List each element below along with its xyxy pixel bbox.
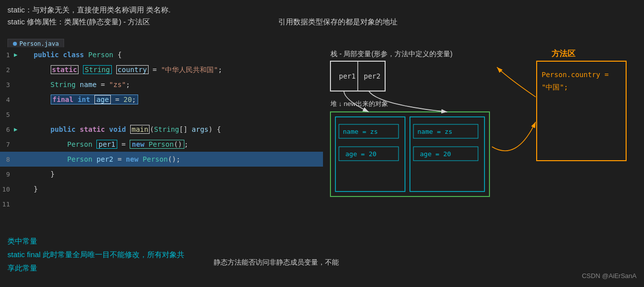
run-arrow-1: ▶ (14, 51, 23, 58)
per2-label: per2 (364, 72, 381, 80)
method-content-2: "中国"; (542, 83, 568, 91)
line-num-9: 9 (0, 171, 14, 178)
diagram-svg: 栈 - 局部变量(形参，方法中定义的变量) per1 per2 堆 ↓ new出… (328, 47, 636, 261)
bottom-text: 类中常量 static final 此时常量全局唯一目不能修改，所有对象共 享此… (7, 234, 184, 275)
code-line-5: 5 (0, 107, 323, 122)
reference-text: 引用数据类型保存的都是对象的地址 (278, 17, 398, 26)
code-content-4: final int age = 20; (23, 95, 323, 104)
heap-obj2-age: age = 20 (420, 150, 451, 158)
code-line-3: 3 String name = "zs"; (0, 77, 323, 92)
code-line-4: 4 final int age = 20; (0, 92, 323, 107)
line-num-5: 5 (0, 111, 14, 118)
per1-label: per1 (339, 72, 356, 80)
code-content-6: public static void main(String[] args) { (23, 125, 323, 134)
csdn-label: CSDN @AiErSanA (582, 272, 637, 280)
code-content-2: static String country = "中华人民共和国"; (23, 65, 323, 75)
code-content-3: String name = "zs"; (23, 81, 323, 89)
line-num-10: 10 (0, 186, 14, 193)
heap-obj1-age: age = 20 (345, 150, 377, 158)
code-line-7: 7 Person per1 = new Person(); (0, 137, 323, 152)
line-num-3: 3 (0, 81, 14, 89)
run-arrow-6: ▶ (14, 126, 23, 133)
static-line2: static 修饰属性：类属性(静态变量) - 方法区 (7, 16, 170, 28)
code-editor: 1 ▶ public class Person { 2 static Strin… (0, 47, 323, 211)
method-label: 方法区 (551, 49, 575, 58)
bottom-line3: 享此常量 (7, 261, 184, 275)
code-content-9: } (23, 170, 323, 178)
code-line-1: 1 ▶ public class Person { (0, 47, 323, 62)
stack-label: 栈 - 局部变量(形参，方法中定义的变量) (330, 50, 453, 58)
code-line-9: 9 } (0, 167, 323, 182)
code-content-8: Person per2 = new Person(); (23, 155, 323, 163)
heap-obj1-name: name = zs (343, 128, 378, 135)
bottom-right-text: 静态方法能否访问非静态成员变量，不能 (214, 258, 339, 266)
line-num-11: 11 (0, 200, 14, 208)
code-content-1: public class Person { (23, 51, 323, 59)
code-line-11: 11 (0, 196, 323, 211)
bottom-line2: static final 此时常量全局唯一目不能修改，所有对象共 (7, 248, 184, 261)
arrow-method-to-code (497, 67, 536, 97)
line-num-6: 6 (0, 126, 14, 133)
method-content-1: Person.country = (542, 71, 609, 79)
code-line-6: 6 ▶ public static void main(String[] arg… (0, 122, 323, 137)
static-line1: static：与对象无关，直接使用类名称调用 类名称. (7, 4, 170, 16)
top-text-right: 引用数据类型保存的都是对象的地址 (278, 17, 398, 27)
line-num-4: 4 (0, 96, 14, 103)
arrow-heap-to-method (492, 122, 536, 151)
csdn-tag: CSDN @AiErSanA (582, 272, 637, 280)
bottom-line1: 类中常量 (7, 234, 184, 248)
heap-obj2-name: name = zs (417, 128, 452, 135)
file-tab-name: Person.java (19, 40, 59, 47)
line-num-8: 8 (0, 156, 14, 163)
page: static：与对象无关，直接使用类名称调用 类名称. static 修饰属性：… (0, 0, 644, 287)
file-tab-dot (13, 42, 17, 46)
code-line-8: 8 Person per2 = new Person(); (0, 152, 323, 167)
top-text-block: static：与对象无关，直接使用类名称调用 类名称. static 修饰属性：… (7, 4, 170, 28)
bottom-text-right: 静态方法能否访问非静态成员变量，不能 (214, 258, 339, 267)
code-content-7: Person per1 = new Person(); (23, 140, 323, 149)
line-num-1: 1 (0, 51, 14, 59)
code-content-10: } (23, 185, 323, 193)
code-line-2: 2 static String country = "中华人民共和国"; (0, 62, 323, 77)
code-line-10: 10 } (0, 182, 323, 196)
line-num-2: 2 (0, 66, 14, 74)
line-num-7: 7 (0, 141, 14, 148)
